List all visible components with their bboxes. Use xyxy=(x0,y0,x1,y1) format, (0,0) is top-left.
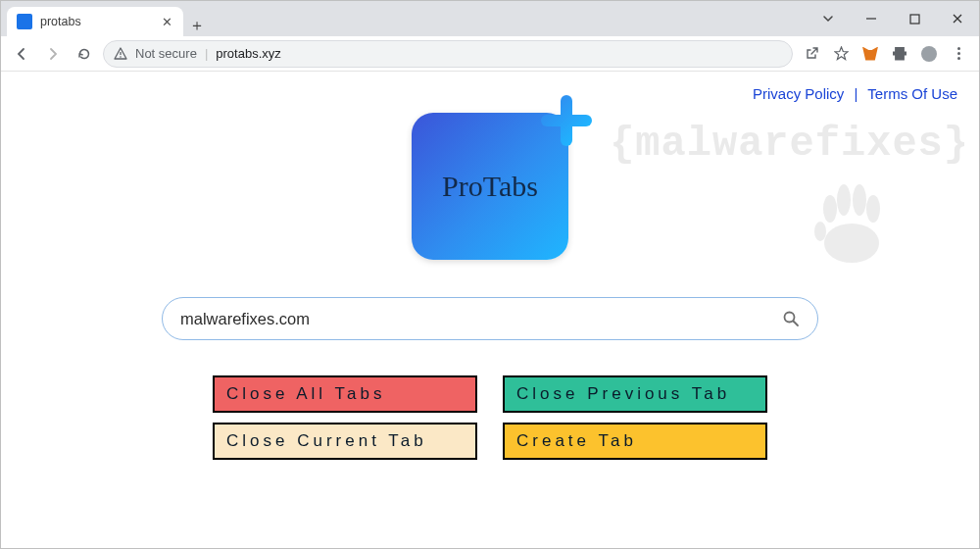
svg-rect-1 xyxy=(910,15,919,24)
search-icon[interactable] xyxy=(782,310,800,327)
button-label: Create Tab xyxy=(516,431,637,451)
url-text: protabs.xyz xyxy=(216,46,280,61)
not-secure-icon xyxy=(114,47,127,61)
links-divider: | xyxy=(855,85,858,102)
privacy-link[interactable]: Privacy Policy xyxy=(753,85,844,102)
maximize-button[interactable] xyxy=(893,1,936,36)
titlebar-spacer xyxy=(211,1,807,36)
browser-tab[interactable]: protabs ✕ xyxy=(7,7,183,36)
profile-avatar-icon[interactable] xyxy=(920,45,938,63)
bookmark-icon[interactable] xyxy=(832,45,850,63)
search-bar[interactable] xyxy=(162,297,818,340)
back-button[interactable] xyxy=(9,41,34,67)
toolbar-actions xyxy=(799,45,971,63)
button-label: Close Current Tab xyxy=(226,431,427,451)
create-tab-button[interactable]: Create Tab xyxy=(503,423,767,460)
close-window-button[interactable] xyxy=(936,1,979,36)
center-column: ProTabs Close All Tabs Close Previous Ta… xyxy=(1,72,979,460)
logo-text: ProTabs xyxy=(442,170,538,203)
search-input[interactable] xyxy=(180,310,782,328)
close-all-tabs-button[interactable]: Close All Tabs xyxy=(213,375,477,413)
security-label: Not secure xyxy=(135,46,197,61)
extensions-icon[interactable] xyxy=(891,45,908,63)
top-links: Privacy Policy | Terms Of Use xyxy=(753,85,957,102)
favicon-icon xyxy=(17,14,32,29)
close-previous-tab-button[interactable]: Close Previous Tab xyxy=(503,375,767,413)
plus-icon xyxy=(541,95,592,146)
titlebar: protabs ✕ ＋ xyxy=(1,1,979,36)
browser-window: protabs ✕ ＋ xyxy=(0,0,980,549)
button-label: Close All Tabs xyxy=(226,384,385,404)
toolbar: Not secure | protabs.xyz xyxy=(1,36,979,72)
tab-action-buttons: Close All Tabs Close Previous Tab Close … xyxy=(206,375,774,460)
metamask-icon[interactable] xyxy=(861,45,879,63)
close-current-tab-button[interactable]: Close Current Tab xyxy=(213,423,477,460)
reload-button[interactable] xyxy=(72,41,97,67)
protabs-logo: ProTabs xyxy=(412,113,568,260)
button-label: Close Previous Tab xyxy=(516,384,730,404)
svg-line-11 xyxy=(794,322,799,326)
new-tab-button[interactable]: ＋ xyxy=(183,16,211,36)
omnibox[interactable]: Not secure | protabs.xyz xyxy=(103,40,793,68)
forward-button[interactable] xyxy=(40,41,66,67)
tab-search-button[interactable] xyxy=(807,1,850,36)
terms-link[interactable]: Terms Of Use xyxy=(867,85,957,102)
svg-point-3 xyxy=(120,56,122,58)
minimize-button[interactable] xyxy=(850,1,893,36)
tabstrip: protabs ✕ ＋ xyxy=(1,1,211,36)
window-controls xyxy=(807,1,979,36)
close-tab-icon[interactable]: ✕ xyxy=(160,15,173,28)
omnibox-separator: | xyxy=(205,46,208,61)
menu-kebab-icon[interactable] xyxy=(950,45,967,63)
tab-title: protabs xyxy=(40,15,152,28)
share-icon[interactable] xyxy=(803,45,820,63)
page-content: {malwarefixes} Privacy Policy | Terms Of… xyxy=(1,72,979,548)
